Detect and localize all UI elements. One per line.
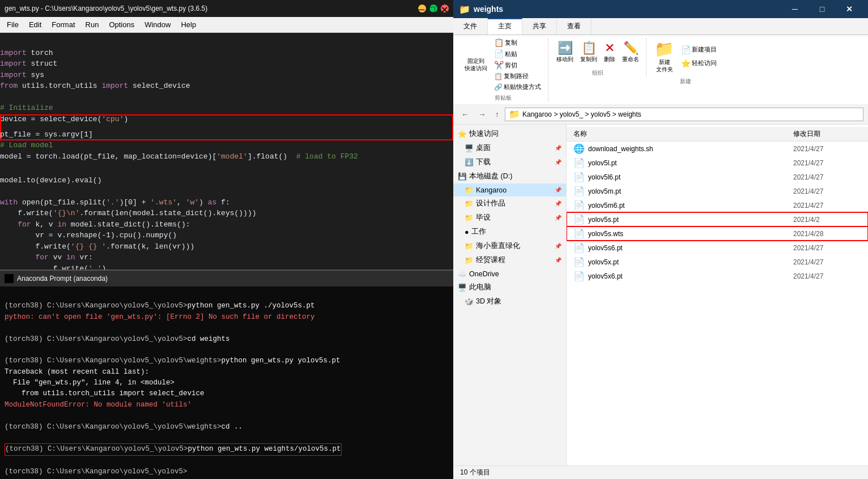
menu-file[interactable]: File bbox=[2, 19, 23, 30]
file-name-yolov5m6: yolov5m6.pt bbox=[588, 202, 790, 209]
clipboard-label: 剪贴板 bbox=[495, 94, 512, 102]
move-to-btn[interactable]: ➡️ 移动到 bbox=[554, 39, 576, 66]
design-label: 设计作品 bbox=[476, 199, 505, 208]
rename-btn[interactable]: ✏️ 重命名 bbox=[620, 39, 641, 66]
pin-btn[interactable]: 固定到快速访问 bbox=[462, 56, 490, 73]
copy-path-btn[interactable]: 📋 复制路径 bbox=[492, 71, 543, 81]
explorer-maximize-btn[interactable]: □ bbox=[809, 0, 835, 18]
new-folder-btn[interactable]: 📁 新建文件夹 bbox=[652, 37, 676, 75]
menu-run[interactable]: Run bbox=[81, 19, 104, 30]
work-icon: ● bbox=[465, 228, 469, 236]
pt-file-icon-8: 📄 bbox=[573, 271, 585, 281]
window-controls: ─ □ ✕ bbox=[418, 5, 449, 12]
pt-file-icon-5: 📄 bbox=[573, 214, 585, 225]
nav-item-design[interactable]: 📁 设计作品 📌 bbox=[453, 196, 566, 211]
ribbon-content: 固定到快速访问 📋 复制 📄 粘贴 ✂️ 剪切 bbox=[453, 35, 868, 104]
nav-item-thesis[interactable]: 📁 毕设 📌 bbox=[453, 211, 566, 225]
editor-panel: gen_wts.py - C:\Users\Kangaroo\yolov5_\y… bbox=[0, 0, 453, 479]
maximize-btn[interactable]: □ bbox=[429, 5, 437, 12]
explorer-minimize-btn[interactable]: ─ bbox=[782, 0, 808, 18]
delete-icon: ✕ bbox=[605, 41, 615, 55]
nav-item-course[interactable]: 📁 经贸课程 📌 bbox=[453, 253, 566, 267]
address-bar[interactable]: 📁 Kangaroo > yolov5_ > yolov5 > weights bbox=[505, 108, 863, 121]
file-name-yolov5l: yolov5l.pt bbox=[588, 159, 790, 167]
desktop-icon: 🖥️ bbox=[465, 144, 474, 152]
file-item-yolov5x6[interactable]: 📄 yolov5x6.pt 2021/4/27 bbox=[567, 269, 868, 283]
explorer-titlebar: 📁 weights ─ □ ✕ bbox=[453, 0, 868, 18]
nav-item-quick-access[interactable]: ⭐ 快速访问 bbox=[453, 127, 566, 141]
file-item-yolov5m6[interactable]: 📄 yolov5m6.pt 2021/4/27 bbox=[567, 198, 868, 212]
col-name-header: 名称 bbox=[573, 129, 793, 139]
ribbon-group-new: 📁 新建文件夹 📄 新建项目 ⭐ 轻松访问 新建 bbox=[648, 37, 724, 85]
menu-window[interactable]: Window bbox=[140, 19, 175, 30]
new-item-label: 新建项目 bbox=[692, 45, 717, 54]
nav-item-3d[interactable]: 🎲 3D 对象 bbox=[453, 294, 566, 309]
nav-item-desktop[interactable]: 🖥️ 桌面 📌 bbox=[453, 141, 566, 155]
terminal-content[interactable]: (torch38) C:\Users\Kangaroo\yolov5_\yolo… bbox=[0, 286, 453, 479]
minimize-btn[interactable]: ─ bbox=[418, 5, 426, 12]
tab-view[interactable]: 查看 bbox=[557, 18, 592, 35]
term-line-2: (torch38) C:\Users\Kangaroo\yolov5_\yolo… bbox=[5, 335, 188, 343]
pt-file-icon-2: 📄 bbox=[573, 172, 585, 182]
forward-btn[interactable]: → bbox=[475, 108, 490, 121]
term-error-2: ModuleNotFoundError: No module named 'ut… bbox=[5, 401, 192, 409]
file-item-yolov5m[interactable]: 📄 yolov5m.pt 2021/4/27 bbox=[567, 184, 868, 198]
copy-to-btn[interactable]: 📋 复制到 bbox=[578, 39, 599, 66]
computer-label: 此电脑 bbox=[469, 283, 491, 292]
explorer-close-btn[interactable]: ✕ bbox=[836, 0, 862, 18]
file-item-yolov5x[interactable]: 📄 yolov5x.pt 2021/4/27 bbox=[567, 255, 868, 269]
nav-item-kangaroo[interactable]: 📁 Kangaroo 📌 bbox=[453, 183, 566, 196]
file-item-download-weights[interactable]: 🌐 download_weights.sh 2021/4/27 bbox=[567, 142, 868, 156]
design-pin-icon: 📌 bbox=[555, 200, 561, 207]
delete-label: 删除 bbox=[604, 55, 615, 63]
tab-file[interactable]: 文件 bbox=[453, 18, 488, 35]
desktop-pin-icon: 📌 bbox=[555, 145, 561, 151]
file-name-yolov5s-wts: yolov5s.wts bbox=[588, 230, 790, 238]
wts-file-icon: 📄 bbox=[573, 228, 585, 239]
pt-file-icon-7: 📄 bbox=[573, 256, 585, 267]
term-highlighted-cmd: (torch38) C:\Users\Kangaroo\yolov5_\yolo… bbox=[5, 443, 342, 455]
cut-btn[interactable]: ✂️ 剪切 bbox=[492, 60, 543, 70]
paste-shortcut-btn[interactable]: 🔗 粘贴快捷方式 bbox=[492, 82, 543, 92]
downloads-pin-icon: 📌 bbox=[555, 159, 561, 165]
file-item-yolov5s-wts[interactable]: 📄 yolov5s.wts 2021/4/28 bbox=[567, 226, 868, 241]
nav-item-computer[interactable]: 🖥️ 此电脑 bbox=[453, 280, 566, 294]
nav-item-onedrive[interactable]: ☁️ OneDrive bbox=[453, 267, 566, 280]
file-item-yolov5s6[interactable]: 📄 yolov5s6.pt 2021/4/27 bbox=[567, 241, 868, 255]
scissors-icon: ✂️ bbox=[494, 61, 504, 70]
nav-item-green[interactable]: 📁 海小垂直绿化 📌 bbox=[453, 239, 566, 253]
nav-item-work[interactable]: ● 工作 bbox=[453, 225, 566, 239]
status-bar: 10 个项目 bbox=[453, 465, 868, 479]
tab-share[interactable]: 共享 bbox=[522, 18, 557, 35]
nav-item-local-disk[interactable]: 💾 本地磁盘 (D:) bbox=[453, 169, 566, 183]
ribbon-group-organize: ➡️ 移动到 📋 复制到 ✕ 删除 ✏️ 重命名 组织 bbox=[550, 37, 646, 77]
pt-file-icon-1: 📄 bbox=[573, 157, 585, 168]
easy-access-btn[interactable]: ⭐ 轻松访问 bbox=[679, 58, 719, 69]
file-item-yolov5s-pt[interactable]: 📄 yolov5s.pt 2021/4/2 bbox=[567, 212, 868, 226]
up-btn[interactable]: ↑ bbox=[492, 108, 503, 121]
file-name-yolov5l6: yolov5l6.pt bbox=[588, 173, 790, 181]
delete-btn[interactable]: ✕ 删除 bbox=[602, 39, 618, 66]
paste-btn[interactable]: 📄 粘贴 bbox=[492, 49, 543, 59]
nav-item-downloads[interactable]: ⬇️ 下载 📌 bbox=[453, 155, 566, 169]
copy-btn[interactable]: 📋 复制 bbox=[492, 37, 543, 48]
menu-edit[interactable]: Edit bbox=[24, 19, 46, 30]
tab-home[interactable]: 主页 bbox=[488, 18, 522, 35]
menu-options[interactable]: Options bbox=[104, 19, 139, 30]
file-date-yolov5s-wts: 2021/4/28 bbox=[793, 230, 861, 238]
cut-label: 剪切 bbox=[505, 61, 517, 70]
close-btn[interactable]: ✕ bbox=[441, 5, 449, 12]
menu-help[interactable]: Help bbox=[176, 19, 201, 30]
new-label: 新建 bbox=[680, 78, 691, 85]
sh-file-icon: 🌐 bbox=[573, 143, 585, 154]
nav-tree: ⭐ 快速访问 🖥️ 桌面 📌 ⬇️ 下载 📌 💾 本地磁盘 (D:) 📁 Kan… bbox=[453, 125, 567, 465]
thesis-label: 毕设 bbox=[476, 213, 491, 223]
easy-access-icon: ⭐ bbox=[681, 59, 691, 68]
new-item-btn[interactable]: 📄 新建项目 bbox=[679, 44, 719, 55]
menu-format[interactable]: Format bbox=[47, 19, 79, 30]
explorer-panel: 📁 weights ─ □ ✕ 文件 主页 共享 查看 固定到快速访问 📋 复制 bbox=[453, 0, 868, 479]
file-item-yolov5l6[interactable]: 📄 yolov5l6.pt 2021/4/27 bbox=[567, 170, 868, 184]
back-btn[interactable]: ← bbox=[458, 108, 473, 121]
editor-menubar: File Edit Format Run Options Window Help bbox=[0, 17, 453, 33]
file-item-yolov5l[interactable]: 📄 yolov5l.pt 2021/4/27 bbox=[567, 156, 868, 170]
